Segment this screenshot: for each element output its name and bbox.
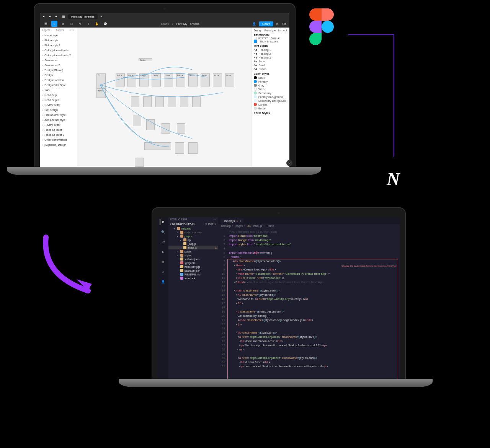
canvas-frame[interactable] — [162, 123, 170, 134]
canvas-frame[interactable]: Order. — [225, 73, 234, 86]
layer-item[interactable]: # Edit design — [40, 108, 77, 112]
file-node[interactable]: ▾pages — [168, 234, 218, 238]
text-style-item[interactable]: Ag Heading 1 — [254, 48, 287, 52]
canvas-frame[interactable]: Home. — [96, 89, 106, 98]
more-icon[interactable]: ⋯ — [214, 218, 217, 221]
canvas-frame[interactable]: Design — [139, 58, 152, 61]
canvas-frame[interactable]: Hitme — [164, 73, 173, 86]
code-line[interactable]: import Image from 'next/image' — [229, 238, 400, 242]
color-style-item[interactable]: Secondary — [254, 91, 287, 95]
layer-item[interactable]: # Place an order 2 — [40, 132, 77, 137]
canvas-frame[interactable]: Get a p. — [127, 73, 136, 86]
file-node[interactable]: _app.js — [168, 242, 218, 246]
layer-item[interactable]: # Add another style — [40, 117, 77, 122]
canvas-frame[interactable]: Revie. — [201, 73, 210, 86]
file-node[interactable]: .gitignore — [168, 261, 218, 265]
pen-tool-icon[interactable]: ✎ — [77, 21, 83, 26]
color-style-item[interactable]: Gray — [254, 83, 287, 87]
layer-item[interactable]: # Pick a style — [40, 38, 77, 43]
layer-item[interactable]: # Homepage — [40, 33, 77, 38]
file-node[interactable]: .eslintrc.json — [168, 257, 218, 261]
project-name[interactable]: ▾ NEXTAPP-DAY-01 🗋 🗀 ⟳ ⤢ — [168, 222, 218, 226]
figma-tab[interactable]: Print My Threads — [68, 14, 98, 19]
color-style-item[interactable]: White — [254, 87, 287, 91]
editor[interactable]: 1234567891011121314151617181920212223242… — [218, 230, 400, 380]
layer-item[interactable]: # Order confirmation — [40, 137, 77, 142]
file-node[interactable]: ▸node_modules — [168, 230, 218, 234]
menu-icon[interactable]: ☰ — [43, 21, 48, 26]
layer-item[interactable]: # [Signed in] Design — [40, 142, 77, 147]
frame-tool-icon[interactable]: # — [60, 21, 66, 26]
layer-item[interactable]: # Design.Location — [40, 78, 77, 83]
text-style-item[interactable]: Ag Body — [254, 59, 287, 63]
shape-tool-icon[interactable]: □ — [69, 21, 74, 26]
file-node[interactable]: README.md — [168, 272, 218, 276]
layer-item[interactable]: # Pick a style 2 — [40, 43, 77, 48]
help-icon[interactable]: ? — [286, 160, 289, 166]
file-node[interactable]: ▸public — [168, 249, 218, 253]
present-icon[interactable]: ▷ — [276, 22, 279, 26]
layer-item[interactable]: # Save order 2 — [40, 63, 77, 68]
canvas-frame[interactable] — [188, 142, 198, 154]
color-style-item[interactable]: Border — [254, 106, 287, 110]
layer-item[interactable]: # Review order — [40, 103, 77, 108]
move-tool-icon[interactable]: ▸ — [51, 21, 57, 27]
hand-tool-icon[interactable]: ✋ — [94, 21, 100, 26]
account-icon[interactable]: 👤 — [160, 279, 166, 285]
color-style-item[interactable]: Secondary Background — [254, 99, 287, 103]
bg-row[interactable]: F7F7F7 100% 👁 — [254, 37, 287, 40]
canvas-frame[interactable] — [155, 96, 164, 107]
debug-icon[interactable]: ▶ — [160, 249, 166, 255]
code-line[interactable] — [229, 246, 400, 251]
canvas-frame[interactable]: Desig. — [139, 73, 149, 86]
close-icon[interactable]: × — [240, 219, 242, 223]
text-tool-icon[interactable]: T — [86, 21, 91, 26]
file-node[interactable]: next.config.js — [168, 265, 218, 269]
file-node[interactable]: yarn.lock — [168, 276, 218, 280]
eye-icon[interactable]: 👁 — [278, 37, 280, 40]
layer-item[interactable]: # Get a price estimate 2 — [40, 53, 77, 58]
breadcrumb-file[interactable]: Print My Threads — [176, 22, 199, 26]
breadcrumb[interactable]: nextapp› pages› JS index.js› Home — [218, 224, 400, 230]
layer-item[interactable]: # Inks — [40, 88, 77, 93]
traffic-lights[interactable]: ●●● — [43, 15, 59, 18]
canvas-frame[interactable]: Pick a. — [213, 73, 222, 86]
new-tab-icon[interactable]: + — [101, 15, 103, 18]
code-line[interactable]: import Head from 'next/head' — [229, 234, 400, 238]
color-style-item[interactable]: Black — [254, 76, 287, 80]
file-node[interactable]: ▸api — [168, 238, 218, 242]
file-node[interactable]: index.js1 — [168, 246, 218, 249]
avatar-icon[interactable]: 👤 — [252, 22, 256, 26]
search-icon[interactable]: 🔍 — [160, 229, 166, 235]
assets-tab[interactable]: Assets — [56, 29, 64, 32]
canvas-frame[interactable] — [144, 142, 171, 150]
inspect-tab[interactable]: Inspect — [278, 29, 287, 32]
tab-indexjs[interactable]: index.js 1 × — [220, 218, 243, 223]
layer-item[interactable]: # Review order — [40, 122, 77, 127]
design-tab[interactable]: Design — [254, 29, 262, 32]
extensions-icon[interactable]: ▦ — [160, 259, 166, 265]
canvas-frame[interactable] — [133, 116, 141, 126]
code-line[interactable]: import styles from '../styles/Home.modul… — [229, 242, 400, 246]
git-icon[interactable]: ⎇ — [160, 239, 166, 245]
color-style-item[interactable]: Danger — [254, 103, 287, 106]
canvas-frame[interactable]: Pick a. — [116, 73, 125, 86]
layer-item[interactable]: # Get a price estimate — [40, 48, 77, 53]
canvas-frame[interactable] — [143, 96, 152, 107]
layer-item[interactable]: # Design — [40, 73, 77, 78]
layer-item[interactable]: # Need help 2 — [40, 98, 77, 103]
zoom-level[interactable]: 4% — [282, 22, 286, 26]
layers-tab[interactable]: Layers — [42, 29, 50, 32]
code-line[interactable]: return ( — [229, 255, 400, 259]
explorer-icon[interactable]: 🗎 — [160, 219, 166, 225]
canvas-frame[interactable] — [146, 119, 155, 130]
text-style-item[interactable]: Ag Button — [254, 67, 287, 71]
file-node[interactable]: package.json — [168, 269, 218, 272]
canvas-frame[interactable]: T- — [96, 73, 106, 89]
remote-icon[interactable]: ⎌ — [160, 269, 166, 275]
exports-checkbox[interactable] — [254, 40, 257, 43]
layer-item[interactable]: # Place an order — [40, 127, 77, 132]
file-node[interactable]: ▾nextapp — [168, 226, 218, 230]
layer-item[interactable]: # Design [Blanks] — [40, 68, 77, 73]
figma-canvas[interactable]: DesignT-Home.Pick a.Get a p.Desig.Desig.… — [77, 28, 251, 168]
